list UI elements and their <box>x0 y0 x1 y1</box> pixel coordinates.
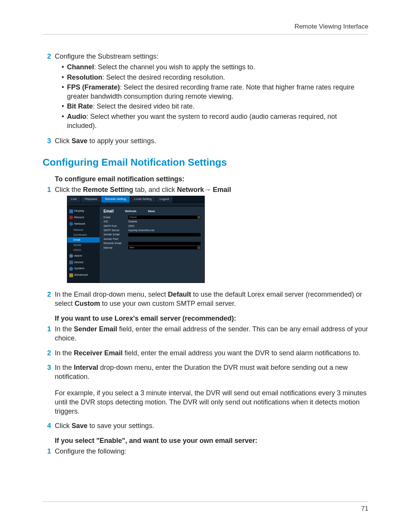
smtp-port-value: 2525 <box>128 224 134 228</box>
header-rule <box>43 34 368 35</box>
sidebar-sub-network[interactable]: Network <box>67 227 100 232</box>
tab-remote-setting[interactable]: Remote Setting <box>101 196 130 203</box>
interval-dropdown[interactable]: 3Min <box>128 246 201 249</box>
panel-title: Email <box>104 209 114 214</box>
label-receiver-email: Receiver Email <box>104 241 128 245</box>
ssl-value: Disable <box>128 220 137 223</box>
lorex-step-1: 1 In the Sender Email field, enter the e… <box>43 324 368 343</box>
refresh-button[interactable]: Refresh <box>125 209 137 214</box>
sidebar-item-network[interactable]: Network <box>67 221 100 227</box>
interval-example: For example, if you select a 3 minute in… <box>55 388 368 416</box>
alarm-icon <box>69 254 73 258</box>
sidebar-item-advanced[interactable]: Advanced <box>67 272 100 278</box>
step-intro: Configure the Substream settings: <box>55 53 158 60</box>
record-icon <box>69 216 73 219</box>
sidebar-item-record[interactable]: Record <box>67 214 100 221</box>
save-button[interactable]: Save <box>148 209 155 214</box>
tab-local-setting[interactable]: Local Setting <box>130 196 156 203</box>
footer-rule <box>43 502 368 502</box>
lorex-step-4: 4 Click Save to save your settings. <box>43 421 368 430</box>
sub-heading-enable: If you select "Enable", and want to use … <box>55 436 368 445</box>
step-number: 1 <box>43 185 51 284</box>
bullet-audio: Audio: Select whether you want the syste… <box>62 112 368 131</box>
email-settings-screenshot: Live Playback Remote Setting Local Setti… <box>67 196 205 283</box>
sidebar-item-device[interactable]: Device <box>67 259 100 266</box>
sidebar: Display Record Network Network SubStream… <box>67 206 100 283</box>
label-email: Email <box>104 216 128 219</box>
step-number: 1 <box>43 324 51 343</box>
step-number: 1 <box>43 447 51 456</box>
page-header: Remote Viewing Interface <box>43 23 368 30</box>
step-number: 2 <box>43 348 51 358</box>
sidebar-item-alarm[interactable]: Alarm <box>67 253 100 259</box>
label-smtp-server: SMTP Server <box>104 228 128 232</box>
email-dropdown[interactable]: Default <box>128 216 201 219</box>
system-icon <box>69 267 73 271</box>
step-number: 3 <box>43 363 51 416</box>
bullet-fps: FPS (Framerate): Select the desired reco… <box>62 83 368 101</box>
page-number: 71 <box>43 505 368 513</box>
bullet-channel: Channel: Select the channel you wish to … <box>62 62 368 72</box>
label-ssl: SSL <box>104 220 128 223</box>
sidebar-sub-mobile[interactable]: Mobile <box>67 243 100 248</box>
tab-logout[interactable]: Logout <box>156 196 173 203</box>
sender-email-field[interactable] <box>128 233 201 236</box>
advanced-icon <box>69 273 73 277</box>
bullet-resolution: Resolution: Select the desired recording… <box>62 73 368 82</box>
lorex-step-3: 3 In the Interval drop-down menu, enter … <box>43 363 368 416</box>
step-substream: 2 Configure the Substream settings: Chan… <box>43 52 368 131</box>
sidebar-sub-ddns[interactable]: DDNS <box>67 248 100 252</box>
step-save: 3 Click Save to apply your settings. <box>43 136 368 145</box>
receiver-email-field[interactable] <box>128 242 201 245</box>
email-panel: Email Refresh Save EmailDefault SSLDisab… <box>100 206 204 283</box>
network-icon <box>69 222 73 226</box>
bullet-bitrate: Bit Rate: Select the desired video bit r… <box>62 102 368 111</box>
label-sender-pwd: Sender Pwd <box>104 237 128 241</box>
main-content: 2 Configure the Substream settings: Chan… <box>43 52 368 456</box>
label-interval: Interval <box>104 246 128 249</box>
lorex-step-2: 2 In the Receiver Email field, enter the… <box>43 348 368 358</box>
tab-live[interactable]: Live <box>67 196 81 203</box>
smtp-server-value: mysmtp.lorexddns.net <box>128 228 154 232</box>
sidebar-sub-substream[interactable]: SubStream <box>67 232 100 237</box>
step-number: 2 <box>43 52 51 131</box>
device-icon <box>69 260 73 264</box>
sub-heading-configure: To configure email notification settings… <box>55 174 368 184</box>
display-icon <box>69 209 73 213</box>
sidebar-item-display[interactable]: Display <box>67 208 100 214</box>
sidebar-item-system[interactable]: System <box>67 265 100 272</box>
step-select-default: 2 In the Email drop-down menu, select De… <box>43 290 368 308</box>
sidebar-sub-email[interactable]: Email <box>67 237 100 242</box>
toolbar <box>67 203 204 206</box>
tab-playback[interactable]: Playback <box>81 196 101 203</box>
step-remote-setting: 1 Click the Remote Setting tab, and clic… <box>43 185 368 284</box>
step-number: 3 <box>43 136 51 145</box>
label-smtp-port: SMTP Port <box>104 224 128 228</box>
label-sender-email: Sender Email <box>104 233 128 236</box>
step-number: 4 <box>43 421 51 430</box>
sub-heading-lorex: If you want to use Lorex's email server … <box>55 314 368 323</box>
section-title-email: Configuring Email Notification Settings <box>43 156 368 169</box>
own-step-1: 1 Configure the following: <box>43 447 368 456</box>
step-number: 2 <box>43 290 51 308</box>
